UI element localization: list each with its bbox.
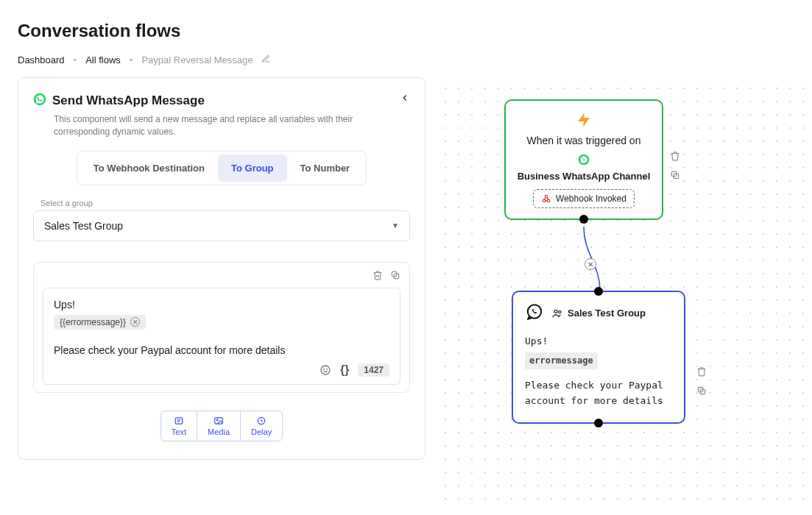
- bolt-icon: [575, 111, 593, 129]
- variable-chip-label: {{errormessage}}: [60, 317, 126, 327]
- message-node[interactable]: Sales Test Group Ups! errormessage Pleas…: [512, 291, 685, 424]
- flow-canvas[interactable]: ✕ When it was triggered on Business What…: [434, 77, 812, 511]
- config-panel: Send WhatsApp Message This component wil…: [18, 77, 426, 460]
- group-select-value: Sales Test Group: [44, 220, 123, 232]
- breadcrumb-all-flows[interactable]: All flows: [85, 54, 121, 65]
- node-output-port[interactable]: [594, 419, 603, 427]
- delete-message-icon[interactable]: [373, 270, 383, 283]
- add-delay-button[interactable]: Delay: [241, 411, 282, 441]
- breadcrumb: Dashboard • All flows • Paypal Reversal …: [18, 54, 812, 65]
- group-icon: [551, 308, 563, 319]
- duplicate-node-icon[interactable]: [670, 170, 680, 183]
- node-output-port[interactable]: [579, 215, 588, 224]
- breadcrumb-sep: •: [74, 54, 77, 65]
- whatsapp-outline-icon: [525, 302, 544, 324]
- svg-point-5: [327, 369, 328, 369]
- variable-tool-icon[interactable]: {}: [339, 364, 350, 376]
- message-node-tools: [696, 366, 707, 399]
- char-counter: 1427: [358, 363, 389, 377]
- delete-edge-icon[interactable]: ✕: [585, 258, 596, 270]
- add-text-button[interactable]: Text: [161, 411, 197, 441]
- add-component-tabs: Text Media Delay: [160, 411, 283, 441]
- node-variable: errormessage: [525, 352, 598, 369]
- tab-to-webhook[interactable]: To Webhook Destination: [80, 154, 218, 182]
- svg-point-4: [324, 369, 325, 369]
- destination-segmented: To Webhook Destination To Group To Numbe…: [77, 151, 367, 185]
- message-card: Ups! {{errormessage}} ✕ Please check you…: [33, 262, 410, 393]
- breadcrumb-current: Paypal Reversal Message: [141, 54, 253, 65]
- whatsapp-icon: [33, 93, 46, 109]
- tab-to-number[interactable]: To Number: [287, 154, 364, 182]
- node-line1: Ups!: [525, 334, 672, 349]
- caret-down-icon: ▼: [392, 221, 399, 230]
- page-title: Conversation flows: [18, 21, 812, 41]
- duplicate-message-icon[interactable]: [390, 270, 400, 283]
- add-media-button[interactable]: Media: [197, 411, 241, 441]
- svg-point-19: [554, 310, 557, 313]
- webhook-icon: [541, 193, 551, 204]
- svg-point-3: [321, 366, 330, 374]
- delete-node-icon[interactable]: [696, 366, 707, 380]
- variable-chip[interactable]: {{errormessage}} ✕: [54, 315, 146, 330]
- message-editor[interactable]: Ups! {{errormessage}} ✕ Please check you…: [43, 288, 400, 385]
- duplicate-node-icon[interactable]: [696, 386, 707, 399]
- svg-point-10: [216, 419, 218, 421]
- panel-description: This component will send a new message a…: [54, 113, 392, 139]
- breadcrumb-root[interactable]: Dashboard: [18, 54, 65, 65]
- add-text-label: Text: [172, 427, 186, 436]
- message-line1: Ups!: [54, 299, 389, 310]
- webhook-chip[interactable]: Webhook Invoked: [533, 189, 635, 208]
- tab-to-group[interactable]: To Group: [218, 154, 287, 182]
- remove-variable-icon[interactable]: ✕: [130, 317, 140, 327]
- close-panel-icon[interactable]: [400, 93, 410, 106]
- trigger-node-tools: [670, 151, 680, 183]
- node-input-port[interactable]: [594, 287, 603, 296]
- node-body: Please check your Paypal account for mor…: [525, 378, 672, 409]
- panel-title: Send WhatsApp Message: [52, 93, 205, 108]
- trigger-node[interactable]: When it was triggered on Business WhatsA…: [504, 99, 663, 220]
- trigger-channel: Business WhatsApp Channel: [515, 171, 653, 182]
- svg-rect-6: [175, 418, 182, 424]
- breadcrumb-sep: •: [130, 54, 133, 65]
- trigger-line1: When it was triggered on: [515, 135, 653, 146]
- delete-node-icon[interactable]: [670, 151, 680, 164]
- message-body: Please check your Paypal account for mor…: [54, 344, 389, 356]
- webhook-chip-label: Webhook Invoked: [556, 193, 626, 204]
- group-select-label: Select a group: [40, 199, 410, 207]
- node-group-name: Sales Test Group: [568, 308, 646, 319]
- emoji-tool-icon[interactable]: [319, 364, 331, 376]
- whatsapp-icon: [578, 154, 590, 166]
- add-media-label: Media: [208, 427, 230, 436]
- svg-point-20: [559, 310, 561, 313]
- add-delay-label: Delay: [251, 427, 272, 436]
- group-select[interactable]: Sales Test Group ▼: [33, 210, 410, 241]
- edit-name-icon[interactable]: [261, 54, 270, 65]
